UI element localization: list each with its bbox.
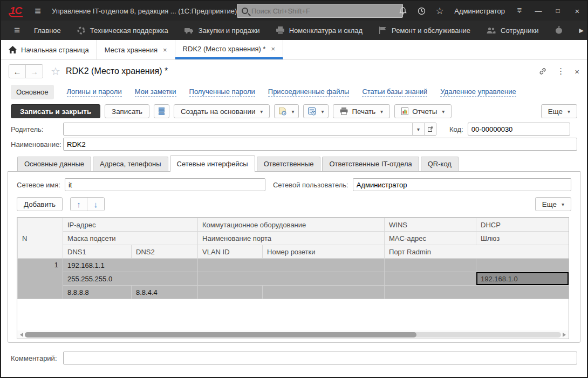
- cell-dhcp[interactable]: [476, 259, 569, 272]
- service-menu-icon[interactable]: ≡˅: [510, 1, 529, 21]
- save-button[interactable]: Записать: [105, 104, 149, 118]
- col-equipment[interactable]: Коммутационное оборудование: [198, 218, 385, 232]
- move-up-icon[interactable]: ↑: [71, 198, 87, 211]
- sections-panel-icon[interactable]: ≡: [14, 24, 20, 36]
- col-wins[interactable]: WINS: [385, 218, 476, 232]
- history-icon[interactable]: [412, 1, 430, 21]
- global-search-input[interactable]: Поиск Ctrl+Shift+F: [237, 4, 403, 18]
- section-employees[interactable]: Сотрудники: [487, 26, 538, 35]
- tab-rdk2-active[interactable]: RDK2 (Место хранения) * ×: [175, 40, 283, 59]
- grid-more-button[interactable]: Еще ▾: [535, 197, 571, 211]
- current-user[interactable]: Администратор: [449, 7, 510, 15]
- col-mac[interactable]: MAC-адрес: [385, 232, 476, 245]
- cell-ip[interactable]: 192.168.1.1: [63, 259, 198, 272]
- cell-port-name[interactable]: [198, 272, 385, 286]
- cell-radmin[interactable]: [385, 286, 569, 299]
- col-socket[interactable]: Номер розетки: [263, 245, 385, 259]
- main-menu-icon[interactable]: ≡: [35, 5, 41, 17]
- ptab-main-data[interactable]: Основные данные: [17, 157, 91, 171]
- favorite-star-icon[interactable]: ☆: [51, 65, 60, 78]
- get-link-icon[interactable]: [538, 67, 547, 76]
- tasks-history-dropdown-button[interactable]: ▾: [303, 104, 329, 118]
- minimize-button[interactable]: —: [529, 1, 548, 21]
- col-dns2[interactable]: DNS2: [132, 245, 198, 259]
- col-radmin[interactable]: Порт Radmin: [385, 245, 569, 259]
- parent-open-icon[interactable]: [424, 123, 436, 135]
- cell-gateway-selected[interactable]: 192.168.1.0: [476, 272, 569, 286]
- reports-button[interactable]: Отчеты ▾: [394, 104, 452, 118]
- name-input[interactable]: [63, 138, 577, 151]
- register-records-button[interactable]: [154, 104, 169, 118]
- scrollbar-track[interactable]: [25, 332, 561, 338]
- cell-mask[interactable]: 255.255.255.0: [63, 272, 198, 286]
- back-button[interactable]: ←: [9, 65, 26, 78]
- cell-equipment[interactable]: [198, 259, 385, 272]
- ptab-network-interfaces[interactable]: Сетевые интерфейсы: [170, 156, 255, 172]
- navlink-logins-passwords[interactable]: Логины и пароли: [67, 87, 122, 97]
- section-tech-support[interactable]: Техническая поддержка: [77, 26, 168, 35]
- doc-history-dropdown-button[interactable]: ▾: [274, 104, 299, 118]
- section-nomenclature-warehouse[interactable]: Номенклатура и склад: [276, 26, 363, 35]
- navlink-my-notes[interactable]: Мои заметки: [135, 87, 176, 97]
- net-name-input[interactable]: [65, 178, 265, 191]
- ptab-addresses[interactable]: Адреса, телефоны: [93, 157, 168, 171]
- ptab-responsible[interactable]: Ответственные: [257, 157, 321, 171]
- section-main[interactable]: Главное: [34, 26, 61, 35]
- close-form-icon[interactable]: ×: [575, 67, 579, 76]
- grid-row-1-line-3[interactable]: 8.8.8.8 8.8.4.4: [18, 286, 569, 299]
- move-down-icon[interactable]: ↓: [87, 198, 104, 211]
- toolbar-more-button[interactable]: Еще ▾: [541, 104, 577, 118]
- scrollbar-thumb[interactable]: [25, 332, 416, 338]
- parent-input[interactable]: [64, 123, 412, 135]
- tab-home-page[interactable]: Начальная страница: [1, 40, 97, 59]
- grid-row-1-line-1[interactable]: 1 192.168.1.1: [18, 259, 569, 272]
- cell-socket[interactable]: [263, 286, 385, 299]
- notifications-bell-icon[interactable]: [394, 1, 412, 21]
- cell-mac[interactable]: [385, 272, 476, 286]
- col-dhcp[interactable]: DHCP: [476, 218, 569, 232]
- tab-storage-places[interactable]: Места хранения ×: [97, 40, 175, 59]
- cell-wins[interactable]: [385, 259, 476, 272]
- tab-close-icon[interactable]: ×: [271, 45, 275, 53]
- favorites-star-icon[interactable]: ☆: [430, 1, 449, 21]
- col-mask[interactable]: Маска подсети: [63, 232, 198, 245]
- parent-combo-field[interactable]: ▾: [63, 123, 436, 136]
- col-ip[interactable]: IP-адрес: [63, 218, 198, 232]
- col-gateway[interactable]: Шлюз: [476, 232, 569, 245]
- col-vlan[interactable]: VLAN ID: [198, 245, 263, 259]
- net-user-input[interactable]: [353, 178, 571, 191]
- comment-input[interactable]: [63, 352, 577, 364]
- cell-vlan[interactable]: [198, 286, 263, 299]
- horizontal-scrollbar[interactable]: [17, 330, 569, 339]
- grid-row-1-line-2[interactable]: 255.255.255.0 192.168.1.0: [18, 272, 569, 286]
- section-repair-maintenance[interactable]: Ремонт и обслуживание: [379, 26, 470, 35]
- add-row-button[interactable]: Добавить: [17, 197, 63, 211]
- navlink-kb-articles[interactable]: Статьи базы знаний: [362, 87, 427, 97]
- scroll-left-icon[interactable]: [20, 333, 23, 337]
- scroll-right-icon[interactable]: [563, 333, 566, 337]
- create-based-on-button[interactable]: Создать на основании ▾: [174, 104, 270, 118]
- maximize-button[interactable]: □: [548, 1, 568, 21]
- col-port-name[interactable]: Наименование порта: [198, 232, 385, 245]
- ptab-responsible-it[interactable]: Ответственные IT-отдела: [322, 157, 419, 171]
- cell-dns2[interactable]: 8.8.4.4: [132, 286, 198, 299]
- navlink-remote-control[interactable]: Удаленное управление: [440, 87, 516, 97]
- navlink-attached-files[interactable]: Присоединенные файлы: [268, 87, 350, 97]
- forward-button[interactable]: →: [26, 65, 43, 78]
- section-money-partial[interactable]: [555, 26, 563, 34]
- menu-overflow-icon[interactable]: ▶: [579, 27, 584, 34]
- tab-close-icon[interactable]: ×: [163, 46, 167, 54]
- close-window-button[interactable]: ×: [568, 1, 587, 21]
- print-button[interactable]: Печать ▾: [333, 104, 390, 118]
- navlink-received-passwords[interactable]: Полученные пароли: [189, 87, 255, 97]
- col-dns1[interactable]: DNS1: [63, 245, 132, 259]
- more-actions-kebab-icon[interactable]: ⋮: [557, 66, 565, 76]
- navlink-main[interactable]: Основное: [11, 85, 54, 99]
- parent-dropdown-icon[interactable]: ▾: [412, 123, 424, 135]
- cell-n[interactable]: 1: [18, 259, 63, 299]
- ptab-qr-code[interactable]: QR-код: [421, 157, 459, 171]
- code-input[interactable]: [468, 123, 570, 136]
- section-purchases-sales[interactable]: Закупки и продажи: [184, 26, 260, 35]
- col-n[interactable]: N: [18, 218, 63, 259]
- save-and-close-button[interactable]: Записать и закрыть: [11, 104, 100, 118]
